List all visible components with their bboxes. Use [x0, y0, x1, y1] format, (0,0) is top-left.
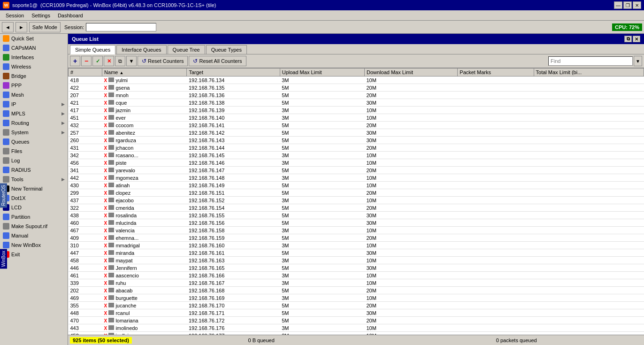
sidebar-item-ip[interactable]: IP ▶: [0, 100, 68, 109]
col-header-num[interactable]: #: [69, 69, 102, 77]
sidebar-label-manual: Manual: [11, 233, 28, 238]
sidebar-item-lcd[interactable]: LCD: [0, 203, 68, 212]
sidebar-item-quick-set[interactable]: Quick Set: [0, 34, 68, 43]
sidebar-item-mesh[interactable]: Mesh: [0, 90, 68, 100]
table-row[interactable]: 430 X atinah 192.168.76.149 5M 10M: [69, 182, 644, 189]
col-header-total[interactable]: Total Max Limit (bi...: [534, 69, 644, 77]
table-row[interactable]: 299 X clopez 192.168.76.151 5M 20M: [69, 189, 644, 197]
table-row[interactable]: 443 X imolinedo 192.168.76.176 3M 10M: [69, 324, 644, 332]
partition-icon: [3, 214, 9, 220]
table-row[interactable]: 322 X cmerida 192.168.76.154 5M 20M: [69, 204, 644, 212]
tab-interface-queues[interactable]: Interface Queues: [116, 45, 166, 54]
col-header-upload[interactable]: Upload Max Limit: [280, 69, 364, 77]
sidebar-item-routing[interactable]: Routing ▶: [0, 118, 68, 128]
table-row[interactable]: 460 X mlucinda 192.168.76.156 5M 30M: [69, 219, 644, 227]
session-input[interactable]: [86, 23, 156, 31]
minimize-button[interactable]: —: [614, 1, 622, 9]
sidebar-label-mpls: MPLS: [11, 111, 25, 116]
table-row[interactable]: 202 X abacab 192.168.76.168 5M 20M: [69, 287, 644, 294]
table-row[interactable]: 438 X rosalinda 192.168.76.155 5M 30M: [69, 212, 644, 219]
sidebar-item-ppp[interactable]: PPP: [0, 81, 68, 90]
table-row[interactable]: 451 X ever 192.168.76.140 3M 10M: [69, 114, 644, 122]
table-row[interactable]: 342 X rcasano... 192.168.76.145 3M 10M: [69, 152, 644, 159]
menu-settings[interactable]: Settings: [28, 12, 54, 19]
tab-queue-types[interactable]: Queue Types: [206, 45, 247, 54]
sidebar-item-exit[interactable]: Exit: [0, 250, 68, 259]
sidebar-item-mpls[interactable]: MPLS ▶: [0, 109, 68, 118]
sidebar-item-log[interactable]: Log: [0, 156, 68, 165]
table-row[interactable]: 442 X mgomeza 192.168.76.148 3M 10M: [69, 174, 644, 182]
sidebar-item-bridge[interactable]: Bridge: [0, 71, 68, 81]
sidebar-item-new-terminal[interactable]: New Terminal: [0, 184, 68, 193]
sidebar-item-system[interactable]: System ▶: [0, 128, 68, 137]
col-header-marks[interactable]: Packet Marks: [458, 69, 534, 77]
log-icon: [3, 157, 9, 164]
sidebar-item-files[interactable]: Files: [0, 146, 68, 156]
table-row[interactable]: 461 X aascencio 192.168.76.166 3M 10M: [69, 272, 644, 279]
routing-icon: [3, 120, 9, 126]
forward-button[interactable]: ►: [15, 22, 27, 32]
table-row[interactable]: 469 X burguette 192.168.76.169 3M 10M: [69, 294, 644, 302]
table-row[interactable]: 417 X jazmin 192.168.76.139 3M 10M: [69, 107, 644, 114]
sidebar-item-tools[interactable]: Tools ▶: [0, 175, 68, 184]
toolbar: ◄ ► Safe Mode Session: CPU: 72%: [0, 21, 644, 34]
table-row[interactable]: 456 X piste 192.168.76.146 3M 10M: [69, 159, 644, 167]
panel-close-button[interactable]: ✕: [633, 36, 640, 42]
menu-session[interactable]: Session: [2, 12, 28, 19]
find-input[interactable]: [548, 56, 633, 66]
tab-queue-tree[interactable]: Queue Tree: [168, 45, 205, 54]
table-row[interactable]: 418 X yulmi 192.168.76.134 3M 10M: [69, 77, 644, 84]
maximize-button[interactable]: ❐: [623, 1, 632, 9]
filter-button[interactable]: ▼: [126, 56, 137, 66]
sidebar-item-dot1x[interactable]: Dot1X: [0, 193, 68, 203]
system-icon: [3, 129, 9, 136]
table-row[interactable]: 260 X rgarduza 192.168.76.143 5M 30M: [69, 137, 644, 144]
find-dropdown[interactable]: ▼: [634, 56, 642, 66]
table-row[interactable]: 467 X valencia 192.168.76.158 3M 10M: [69, 227, 644, 234]
reset-counters-button[interactable]: ↺ Reset Counters: [138, 56, 188, 66]
table-row[interactable]: 431 X jchacon 192.168.76.144 5M 20M: [69, 144, 644, 152]
sidebar-item-radius[interactable]: RADIUS: [0, 165, 68, 175]
table-row[interactable]: 257 X abenitez 192.168.76.142 5M 30M: [69, 129, 644, 137]
sidebar-item-capsman[interactable]: CAPsMAN: [0, 43, 68, 53]
sidebar-item-wireless[interactable]: Wireless: [0, 62, 68, 71]
panel-restore-button[interactable]: ⧉: [624, 36, 632, 42]
sidebar-item-manual[interactable]: Manual: [0, 231, 68, 240]
table-row[interactable]: 446 X Jennifern 192.168.76.165 5M 30M: [69, 264, 644, 272]
table-row[interactable]: 355 X jucanche 192.168.76.170 5M 20M: [69, 302, 644, 309]
col-header-target[interactable]: Target: [187, 69, 280, 77]
mesh-icon: [3, 92, 9, 98]
enable-button[interactable]: ✓: [92, 56, 103, 66]
table-row[interactable]: 207 X mnoh 192.168.76.136 5M 20M: [69, 92, 644, 99]
col-header-name[interactable]: Name ▲: [102, 69, 187, 77]
table-row[interactable]: 437 X ejacobo 192.168.76.152 3M 10M: [69, 197, 644, 204]
sidebar-item-partition[interactable]: Partition: [0, 212, 68, 222]
tab-simple-queues[interactable]: Simple Queues: [70, 45, 115, 54]
table-row[interactable]: 470 X lomariana 192.168.76.172 5M 20M: [69, 317, 644, 324]
add-button[interactable]: +: [70, 56, 80, 66]
panel-header: Queue List ⧉ ✕: [68, 34, 644, 44]
menu-dashboard[interactable]: Dashboard: [54, 12, 87, 19]
sidebar-item-interfaces[interactable]: Interfaces: [0, 53, 68, 62]
sidebar-item-make-supout[interactable]: Make Supout.rif: [0, 222, 68, 231]
table-row[interactable]: 310 X mmadrigal 192.168.76.160 3M 10M: [69, 242, 644, 249]
close-button[interactable]: ✕: [633, 1, 641, 9]
table-row[interactable]: 339 X ruhu 192.168.76.167 3M 10M: [69, 279, 644, 287]
table-row[interactable]: 341 X yarevalo 192.168.76.147 5M 20M: [69, 167, 644, 174]
safe-mode-button[interactable]: Safe Mode: [29, 22, 61, 32]
table-row[interactable]: 432 X ccocom 192.168.76.141 5M 20M: [69, 122, 644, 129]
table-row[interactable]: 422 X gsena 192.168.76.135 5M 20M: [69, 84, 644, 92]
col-header-download[interactable]: Download Max Limit: [364, 69, 457, 77]
table-row[interactable]: 458 X maypat 192.168.76.163 3M 10M: [69, 257, 644, 264]
back-button[interactable]: ◄: [2, 22, 14, 32]
copy-button[interactable]: ⧉: [115, 56, 125, 66]
table-row[interactable]: 421 X cque 192.168.76.138 5M 30M: [69, 99, 644, 107]
table-row[interactable]: 409 X ehemna... 192.168.76.159 5M 20M: [69, 234, 644, 242]
disable-button[interactable]: ✕: [104, 56, 114, 66]
table-row[interactable]: 448 X rcanul 192.168.76.171 5M 30M: [69, 309, 644, 317]
sidebar-item-new-winbox[interactable]: New WinBox: [0, 240, 68, 250]
sidebar-item-queues[interactable]: Queues: [0, 137, 68, 146]
table-row[interactable]: 447 X miranda 192.168.76.161 5M 30M: [69, 249, 644, 257]
remove-button[interactable]: −: [81, 56, 92, 66]
reset-all-counters-button[interactable]: ↺ Reset All Counters: [189, 56, 246, 66]
